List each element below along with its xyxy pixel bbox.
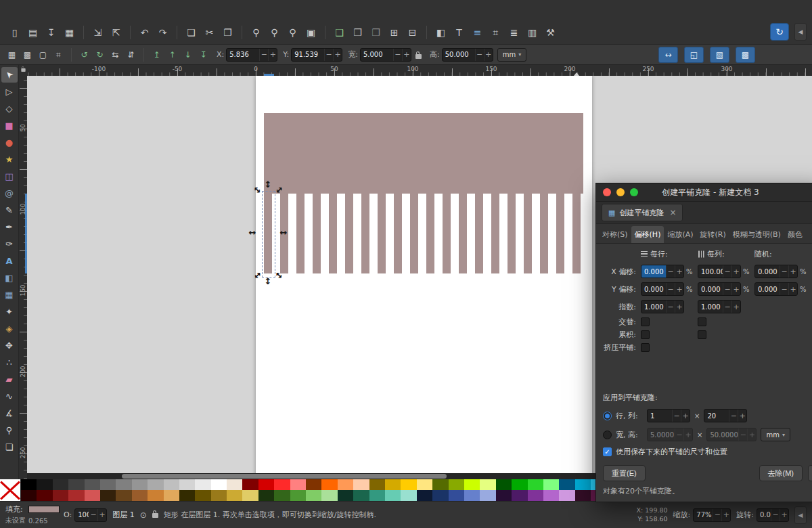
copy-button[interactable]: ❏: [182, 24, 200, 41]
tiled-clone[interactable]: [410, 194, 418, 273]
statusbar-collapse-button[interactable]: ◀: [794, 506, 807, 524]
palette-swatch[interactable]: [85, 490, 100, 501]
y-position-spin[interactable]: 91.539−+: [291, 48, 342, 62]
tile-height-spin-decrease[interactable]: −: [738, 428, 747, 441]
pencil-tool-button[interactable]: ✎: [1, 202, 18, 218]
shift-y-random-spin[interactable]: 0.000−+: [754, 282, 798, 296]
deselect-button[interactable]: ▢: [35, 47, 51, 62]
zoom-spin-value[interactable]: 77%: [694, 509, 713, 521]
palette-swatch[interactable]: [385, 479, 401, 490]
palette-swatch[interactable]: [37, 479, 52, 490]
tiled-clone[interactable]: [361, 194, 369, 273]
shift-x-per-col-spin-decrease[interactable]: −: [723, 265, 731, 278]
paste-button[interactable]: ❐: [219, 24, 237, 41]
selector-tool-button[interactable]: ➤: [1, 67, 18, 83]
palette-swatch[interactable]: [53, 479, 68, 490]
palette-swatch[interactable]: [528, 490, 543, 501]
exponent-per-row-spin-value[interactable]: 1.000: [641, 301, 666, 313]
pages-tool-button[interactable]: ❏: [1, 439, 18, 455]
opacity-spin-increase[interactable]: +: [97, 509, 106, 521]
star-tool-button[interactable]: ★: [1, 152, 18, 167]
rotation-spin-decrease[interactable]: −: [771, 509, 780, 521]
layer-lock-icon[interactable]: [152, 513, 158, 518]
palette-swatch[interactable]: [321, 490, 337, 501]
palette-swatch[interactable]: [512, 490, 527, 501]
rectangle-tool-button[interactable]: ■: [1, 118, 18, 133]
exponent-per-row-spin-decrease[interactable]: −: [666, 301, 675, 313]
palette-swatch[interactable]: [449, 479, 464, 490]
palette-swatch[interactable]: [290, 479, 306, 490]
tiled-clone[interactable]: [572, 194, 581, 273]
shift-x-per-row-spin[interactable]: 0.000−+: [641, 265, 684, 278]
tiled-clone[interactable]: [394, 194, 402, 273]
layer-visibility-icon[interactable]: ⊙: [140, 510, 147, 520]
shift-x-random-spin-increase[interactable]: +: [788, 265, 797, 278]
exponent-per-row-spin[interactable]: 1.000−+: [641, 300, 684, 313]
scale-handle-ne[interactable]: [274, 185, 284, 194]
shift-y-per-col-spin-decrease[interactable]: −: [723, 283, 731, 295]
gradient-tool-button[interactable]: ◧: [1, 270, 18, 286]
document-save-button[interactable]: ↧: [42, 24, 60, 41]
tiled-clone[interactable]: [491, 194, 499, 273]
palette-swatch[interactable]: [401, 479, 416, 490]
mesh-tool-button[interactable]: ▦: [1, 287, 18, 303]
palette-swatch[interactable]: [116, 490, 131, 501]
tiled-clone[interactable]: [345, 194, 353, 273]
stroke-width[interactable]: 0.265: [28, 517, 58, 525]
palette-swatch[interactable]: [496, 479, 512, 490]
palette-swatch[interactable]: [369, 479, 385, 490]
bucket-tool-button[interactable]: ◈: [1, 321, 18, 336]
palette-swatch[interactable]: [68, 479, 84, 490]
palette-swatch[interactable]: [512, 479, 527, 490]
tile-width-spin-increase[interactable]: +: [683, 428, 692, 441]
palette-swatch[interactable]: [306, 479, 321, 490]
zoom-spin-increase[interactable]: +: [721, 509, 730, 521]
layers-dialog-button[interactable]: ≣: [505, 24, 523, 41]
palette-swatch[interactable]: [369, 490, 385, 501]
toolbar-collapse-button[interactable]: ◀: [794, 23, 807, 41]
rows-spin-increase[interactable]: +: [681, 410, 690, 422]
import-button[interactable]: ⇲: [89, 24, 107, 41]
shift-y-per-row-spin[interactable]: 0.000−+: [641, 282, 684, 296]
ellipse-tool-button[interactable]: ●: [1, 135, 18, 150]
cols-spin-increase[interactable]: +: [738, 410, 746, 422]
zoom-1to1-button[interactable]: ⚲: [284, 24, 302, 41]
tiled-clone[interactable]: [540, 194, 548, 273]
palette-swatch[interactable]: [432, 479, 448, 490]
x-position-spin-decrease[interactable]: −: [259, 49, 268, 61]
x-position-spin-value[interactable]: 5.836: [227, 49, 259, 61]
palette-swatch[interactable]: [385, 490, 401, 501]
minimize-window-button[interactable]: [616, 188, 625, 196]
remove-button[interactable]: 去除(M): [759, 465, 803, 481]
no-color-swatch[interactable]: [0, 479, 21, 501]
selection-touch-button[interactable]: ⌗: [51, 47, 66, 62]
width-spin[interactable]: 5.000−+: [360, 48, 411, 62]
palette-swatch[interactable]: [258, 479, 274, 490]
snap-toggle-button[interactable]: ↻: [770, 23, 789, 41]
tab-rotation[interactable]: 旋转(R): [697, 226, 729, 243]
rotation-spin-value[interactable]: 0.00: [757, 509, 771, 521]
pen-tool-button[interactable]: ✒: [1, 219, 18, 235]
palette-swatch[interactable]: [100, 479, 116, 490]
scrollbar-thumb[interactable]: [122, 474, 447, 479]
redo-button[interactable]: ↷: [154, 24, 172, 41]
palette-swatch[interactable]: [449, 490, 464, 501]
palette-swatch[interactable]: [432, 490, 448, 501]
palette-swatch[interactable]: [274, 490, 290, 501]
palette-swatch[interactable]: [338, 490, 353, 501]
y-position-spin-decrease[interactable]: −: [324, 49, 333, 61]
tile-height-spin-value[interactable]: 50.0000: [707, 428, 738, 441]
shift-y-per-col-spin-value[interactable]: 0.000: [698, 283, 723, 295]
create-clone-button[interactable]: ❒: [348, 24, 367, 41]
fill-stroke-dialog-button[interactable]: ◧: [432, 24, 450, 41]
palette-swatch[interactable]: [148, 479, 163, 490]
tile-width-spin-value[interactable]: 5.0000: [648, 428, 675, 441]
palette-swatch[interactable]: [575, 479, 591, 490]
tab-color[interactable]: 颜色: [784, 226, 806, 243]
palette-swatch[interactable]: [480, 479, 495, 490]
scale-handle-n[interactable]: [263, 179, 273, 189]
tiled-clone[interactable]: [475, 194, 483, 273]
text-dialog-button[interactable]: T: [450, 24, 468, 41]
palette-swatch[interactable]: [21, 479, 37, 490]
eraser-tool-button[interactable]: ▰: [1, 372, 18, 387]
